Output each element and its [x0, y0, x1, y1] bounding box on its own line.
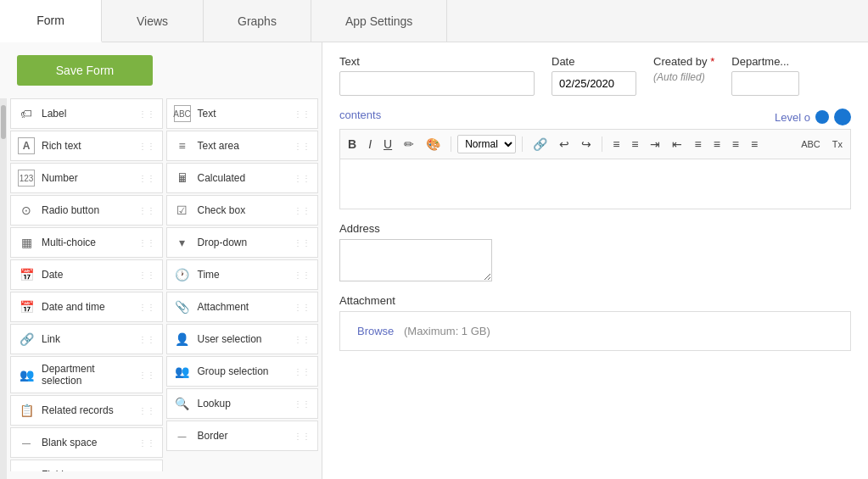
bold-button[interactable]: B — [344, 135, 361, 153]
italic-button[interactable]: I — [364, 135, 376, 153]
checkbox-icon: ☑ — [174, 202, 191, 219]
field-calculated-text: Calculated — [198, 172, 246, 184]
drag-handle[interactable]: ⋮⋮ — [138, 303, 155, 312]
field-department-text: Department selection — [42, 363, 132, 387]
field-group-selection[interactable]: 👥 Group selection ⋮⋮ — [166, 356, 319, 387]
drag-handle[interactable]: ⋮⋮ — [294, 142, 311, 151]
field-rich-text[interactable]: A Rich text ⋮⋮ — [10, 131, 163, 161]
drag-handle[interactable]: ⋮⋮ — [294, 174, 311, 183]
field-related-records[interactable]: 📋 Related records ⋮⋮ — [10, 395, 163, 426]
align-left-button[interactable]: ≡ — [690, 135, 705, 153]
underline-button[interactable]: U — [379, 135, 396, 153]
drag-handle[interactable]: ⋮⋮ — [138, 174, 155, 183]
text-icon: ABC — [174, 105, 191, 122]
field-lookup[interactable]: 🔍 Lookup ⋮⋮ — [166, 388, 319, 419]
color-button[interactable]: 🎨 — [422, 135, 445, 153]
field-field-group[interactable]: ▣ Field group ⋮⋮ — [10, 460, 163, 471]
drag-handle[interactable]: ⋮⋮ — [294, 432, 311, 441]
drag-handle[interactable]: ⋮⋮ — [138, 406, 155, 415]
drag-handle[interactable]: ⋮⋮ — [138, 109, 155, 119]
drag-handle[interactable]: ⋮⋮ — [138, 335, 155, 344]
auto-filled-text: (Auto filled) — [653, 71, 714, 83]
border-icon: — — [174, 427, 191, 444]
field-number[interactable]: 123 Number ⋮⋮ — [10, 163, 163, 193]
department-label: Departme... — [731, 55, 799, 68]
field-department-selection[interactable]: 👥 Department selection ⋮⋮ — [10, 356, 163, 393]
list-ol-button[interactable]: ≡ — [627, 135, 642, 153]
field-text[interactable]: ABC Text ⋮⋮ — [166, 98, 319, 129]
field-radio[interactable]: ⊙ Radio button ⋮⋮ — [10, 195, 163, 226]
toolbar-sep-3 — [602, 136, 602, 152]
indent-button[interactable]: ⇥ — [646, 135, 664, 153]
drag-handle[interactable]: ⋮⋮ — [138, 370, 155, 380]
pen-button[interactable]: ✏ — [400, 135, 418, 153]
field-blank-text: Blank space — [42, 437, 97, 448]
field-dropdown[interactable]: ▾ Drop-down ⋮⋮ — [166, 227, 319, 258]
field-attachment[interactable]: 📎 Attachment ⋮⋮ — [166, 292, 319, 322]
toolbar-sep-2 — [522, 136, 523, 152]
form-header-fields: Text Date Created by * (Auto filled) Dep… — [339, 55, 851, 96]
field-text-area[interactable]: ≡ Text area ⋮⋮ — [166, 131, 319, 161]
field-calculated[interactable]: 🖩 Calculated ⋮⋮ — [166, 163, 319, 193]
drag-handle[interactable]: ⋮⋮ — [138, 471, 155, 472]
field-radio-text: Radio button — [42, 204, 99, 216]
format-select[interactable]: Normal — [457, 135, 516, 153]
dept-icon: 👥 — [18, 366, 35, 383]
redo-button[interactable]: ↪ — [577, 135, 596, 153]
list-ul-button[interactable]: ≡ — [608, 135, 624, 153]
field-date-time[interactable]: 📅 Date and time ⋮⋮ — [10, 292, 163, 322]
tab-form[interactable]: Form — [0, 0, 102, 42]
field-date[interactable]: 📅 Date ⋮⋮ — [10, 259, 163, 290]
field-checkbox[interactable]: ☑ Check box ⋮⋮ — [166, 195, 319, 226]
outdent-button[interactable]: ⇤ — [668, 135, 686, 153]
align-center-button[interactable]: ≡ — [709, 135, 725, 153]
drag-handle[interactable]: ⋮⋮ — [138, 142, 155, 151]
align-justify-button[interactable]: ≡ — [747, 135, 762, 153]
field-text-text: Text — [198, 108, 216, 120]
field-time[interactable]: 🕐 Time ⋮⋮ — [166, 259, 319, 290]
field-user-selection[interactable]: 👤 User selection ⋮⋮ — [166, 324, 319, 354]
max-size-text: (Maximum: 1 GB) — [404, 325, 490, 337]
field-checkbox-text: Check box — [198, 204, 246, 216]
drag-handle[interactable]: ⋮⋮ — [294, 238, 311, 248]
drag-handle[interactable]: ⋮⋮ — [294, 270, 311, 280]
field-multi-choice[interactable]: ▦ Multi-choice ⋮⋮ — [10, 227, 163, 258]
text-input[interactable] — [339, 71, 535, 96]
main-content: Save Form 🏷 Label ⋮⋮ A — [0, 42, 868, 479]
date-label: Date — [552, 55, 636, 68]
contents-label: contents — [339, 109, 381, 121]
drag-handle[interactable]: ⋮⋮ — [294, 367, 311, 376]
tab-views[interactable]: Views — [102, 0, 204, 42]
field-link-text: Link — [42, 333, 60, 345]
field-label[interactable]: 🏷 Label ⋮⋮ — [10, 98, 163, 129]
editor-area[interactable] — [339, 159, 851, 209]
field-blank-space[interactable]: — Blank space ⋮⋮ — [10, 427, 163, 458]
tab-app-settings[interactable]: App Settings — [311, 0, 447, 42]
drag-handle[interactable]: ⋮⋮ — [138, 238, 155, 248]
drag-handle[interactable]: ⋮⋮ — [294, 399, 311, 409]
clear-format-button[interactable]: Tx — [828, 136, 847, 152]
drag-handle[interactable]: ⋮⋮ — [138, 270, 155, 280]
drag-handle[interactable]: ⋮⋮ — [138, 206, 155, 215]
tab-graphs[interactable]: Graphs — [204, 0, 311, 42]
field-link[interactable]: 🔗 Link ⋮⋮ — [10, 324, 163, 354]
related-icon: 📋 — [18, 402, 35, 419]
undo-button[interactable]: ↩ — [555, 135, 574, 153]
browse-button[interactable]: Browse — [357, 325, 394, 337]
drag-handle[interactable]: ⋮⋮ — [138, 438, 155, 448]
strikethrough-button[interactable]: ABC — [797, 136, 825, 152]
link-button[interactable]: 🔗 — [529, 135, 552, 153]
drag-handle[interactable]: ⋮⋮ — [294, 303, 311, 312]
field-border[interactable]: — Border ⋮⋮ — [166, 421, 319, 451]
right-panel: Text Date Created by * (Auto filled) Dep… — [322, 42, 868, 479]
align-right-button[interactable]: ≡ — [728, 135, 743, 153]
drag-handle[interactable]: ⋮⋮ — [294, 206, 311, 215]
drag-handle[interactable]: ⋮⋮ — [294, 109, 311, 119]
department-input[interactable] — [731, 71, 799, 96]
save-form-button[interactable]: Save Form — [17, 55, 153, 86]
address-input[interactable] — [339, 239, 492, 281]
field-group-text: Field group — [42, 469, 92, 471]
date-input[interactable] — [552, 71, 636, 96]
drag-handle[interactable]: ⋮⋮ — [294, 335, 311, 344]
date-time-icon: 📅 — [18, 298, 35, 315]
